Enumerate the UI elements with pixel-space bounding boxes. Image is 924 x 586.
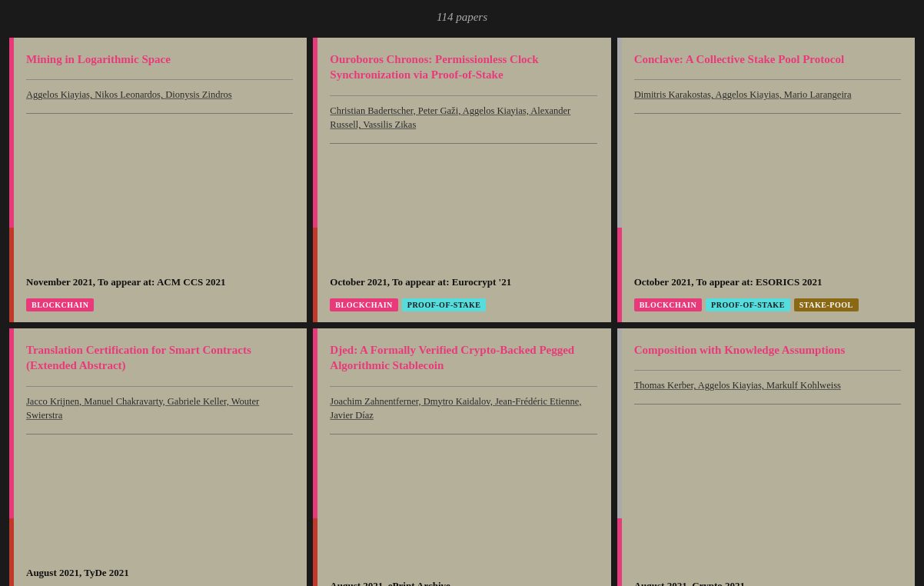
title-divider <box>330 386 597 387</box>
paper-date: August 2021, TyDe 2021 <box>26 566 293 580</box>
authors-divider <box>330 434 597 435</box>
title-divider <box>330 95 597 96</box>
paper-tags: BLOCKCHAINPROOF-OF-STAKE <box>330 298 597 311</box>
title-divider <box>26 386 293 387</box>
paper-title: Djed: A Formally Verified Crypto-Backed … <box>330 342 597 374</box>
paper-title: Conclave: A Collective Stake Pool Protoc… <box>634 52 901 67</box>
paper-title: Translation Certification for Smart Cont… <box>26 342 293 374</box>
card-accent-bar <box>617 38 622 322</box>
card-accent-bar <box>313 38 317 322</box>
card-accent-bar <box>9 328 14 586</box>
paper-tag[interactable]: PROOF-OF-STAKE <box>402 298 487 311</box>
paper-date: August 2021, ePrint Archive <box>330 579 597 586</box>
title-divider <box>634 79 901 80</box>
paper-card[interactable]: Translation Certification for Smart Cont… <box>9 328 307 586</box>
paper-card[interactable]: Conclave: A Collective Stake Pool Protoc… <box>617 38 915 322</box>
paper-tag[interactable]: PROOF-OF-STAKE <box>706 298 790 311</box>
paper-count: 114 papers <box>437 11 487 23</box>
paper-authors: Christian Badertscher, Peter Gaži, Aggel… <box>330 104 597 133</box>
paper-tags: BLOCKCHAIN <box>26 298 293 311</box>
paper-title: Ouroboros Chronos: Permissionless Clock … <box>330 52 597 83</box>
paper-card[interactable]: Mining in Logarithmic SpaceAggelos Kiayi… <box>9 38 307 322</box>
paper-authors: Thomas Kerber, Aggelos Kiayias, Markulf … <box>634 378 901 393</box>
paper-title: Mining in Logarithmic Space <box>26 52 293 67</box>
paper-date: November 2021, To appear at: ACM CCS 202… <box>26 275 293 289</box>
authors-divider <box>26 434 293 435</box>
paper-date: October 2021, To appear at: ESORICS 2021 <box>634 275 901 289</box>
paper-card[interactable]: Ouroboros Chronos: Permissionless Clock … <box>313 38 610 322</box>
authors-divider <box>26 113 293 114</box>
authors-divider <box>634 404 901 405</box>
papers-grid: Mining in Logarithmic SpaceAggelos Kiayi… <box>0 32 924 586</box>
paper-tag[interactable]: BLOCKCHAIN <box>634 298 702 311</box>
card-accent-bar <box>313 328 317 586</box>
paper-card[interactable]: Djed: A Formally Verified Crypto-Backed … <box>313 328 610 586</box>
card-accent-bar <box>9 38 14 322</box>
paper-title: Composition with Knowledge Assumptions <box>634 342 901 358</box>
paper-date: August 2021, Crypto 2021 <box>634 579 901 586</box>
paper-tag[interactable]: BLOCKCHAIN <box>330 298 397 311</box>
paper-tags: BLOCKCHAINPROOF-OF-STAKESTAKE-POOL <box>634 298 901 311</box>
paper-card[interactable]: Composition with Knowledge AssumptionsTh… <box>617 328 915 586</box>
title-divider <box>26 79 293 80</box>
paper-tag[interactable]: STAKE-POOL <box>794 298 859 311</box>
paper-authors: Aggelos Kiayias, Nikos Leonardos, Dionys… <box>26 88 293 102</box>
paper-authors: Joachim Zahnentferner, Dmytro Kaidalov, … <box>330 395 597 424</box>
paper-authors: Dimitris Karakostas, Aggelos Kiayias, Ma… <box>634 88 901 102</box>
authors-divider <box>634 113 901 114</box>
paper-authors: Jacco Krijnen, Manuel Chakravarty, Gabri… <box>26 395 293 424</box>
card-accent-bar <box>617 328 622 586</box>
paper-tag[interactable]: BLOCKCHAIN <box>26 298 94 311</box>
authors-divider <box>330 143 597 144</box>
page-header: 114 papers <box>0 0 924 32</box>
paper-date: October 2021, To appear at: Eurocrypt '2… <box>330 275 597 289</box>
title-divider <box>634 370 901 371</box>
